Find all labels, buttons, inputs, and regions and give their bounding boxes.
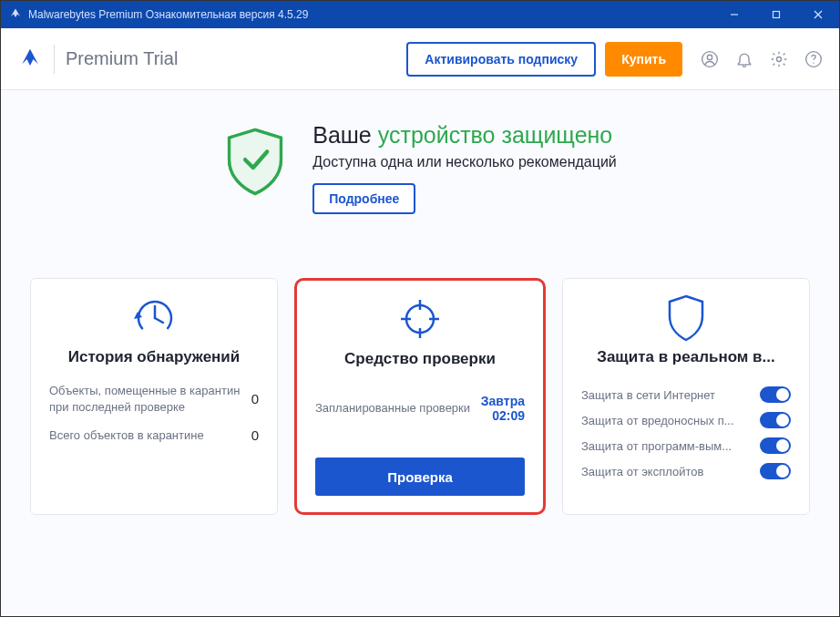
stat-value: 0: [251, 391, 259, 406]
rtp-row-exploit: Защита от эксплойтов: [581, 463, 791, 479]
history-icon: [49, 293, 259, 344]
scheduled-scan-row: Запланированные проверки Завтра 02:09: [315, 394, 525, 423]
rtp-row-web: Защита в сети Интернет: [581, 386, 791, 403]
card-scanner[interactable]: Средство проверки Запланированные провер…: [294, 278, 546, 515]
toggle-web-protection[interactable]: [760, 386, 791, 403]
scheduled-scan-value: Завтра 02:09: [481, 394, 525, 423]
card-history[interactable]: История обнаружений Объекты, помещенные …: [30, 278, 278, 515]
status-title-protected: устройство защищено: [378, 122, 613, 148]
crosshair-icon: [315, 295, 525, 346]
minimize-button[interactable]: [713, 1, 755, 28]
close-button[interactable]: [797, 1, 839, 28]
buy-button[interactable]: Купить: [605, 42, 682, 77]
scheduled-scan-label: Запланированные проверки: [315, 400, 470, 416]
cards-row: История обнаружений Объекты, помещенные …: [23, 278, 817, 515]
status-title: Ваше устройство защищено: [312, 122, 617, 149]
status-block: Ваше устройство защищено Доступна одна и…: [23, 122, 817, 214]
status-subtitle: Доступна одна или несколько рекомендаций: [312, 154, 617, 170]
svg-line-11: [155, 318, 163, 323]
stat-label: Объекты, помещенные в карантин при после…: [49, 383, 251, 415]
svg-point-8: [813, 62, 814, 63]
rtp-label: Защита в сети Интернет: [581, 388, 724, 402]
brand-separator: [54, 45, 55, 74]
brand-text: Premium Trial: [66, 48, 178, 69]
shield-check-icon: [223, 126, 287, 197]
status-title-prefix: Ваше: [312, 122, 377, 148]
stat-label: Всего объектов в карантине: [49, 427, 213, 444]
toggle-malware-protection[interactable]: [760, 412, 791, 428]
rtp-label: Защита от программ-вым...: [581, 439, 741, 453]
gear-icon[interactable]: [770, 50, 788, 68]
card-scanner-title: Средство проверки: [315, 350, 525, 368]
account-icon[interactable]: [701, 50, 719, 68]
scheduled-scan-time: 02:09: [481, 408, 525, 423]
app-icon: [8, 7, 23, 22]
brand-logo-icon: [17, 46, 43, 72]
shield-outline-icon: [581, 293, 791, 344]
content: Ваше устройство защищено Доступна одна и…: [1, 90, 839, 616]
stat-last-quarantine: Объекты, помещенные в карантин при после…: [49, 383, 259, 415]
stat-value: 0: [251, 427, 259, 443]
titlebar: Malwarebytes Premium Ознакомительная вер…: [1, 1, 839, 28]
header: Premium Trial Активировать подписку Купи…: [1, 28, 839, 90]
details-button[interactable]: Подробнее: [312, 183, 415, 214]
card-rtp-title: Защита в реальном в...: [581, 348, 791, 366]
brand: Premium Trial: [17, 45, 178, 74]
help-icon[interactable]: [804, 50, 823, 68]
rtp-label: Защита от вредоносных п...: [581, 414, 743, 427]
svg-point-6: [777, 57, 782, 61]
rtp-row-ransomware: Защита от программ-вым...: [581, 437, 791, 454]
rtp-row-malware: Защита от вредоносных п...: [581, 412, 791, 428]
scan-button[interactable]: Проверка: [315, 458, 525, 496]
svg-point-5: [707, 55, 712, 59]
toggle-exploit-protection[interactable]: [760, 463, 791, 479]
svg-rect-1: [773, 12, 780, 18]
toggle-ransomware-protection[interactable]: [760, 437, 791, 454]
maximize-button[interactable]: [755, 1, 797, 28]
bell-icon[interactable]: [735, 50, 753, 68]
scheduled-scan-day: Завтра: [481, 394, 525, 408]
card-history-title: История обнаружений: [49, 348, 259, 366]
rtp-label: Защита от эксплойтов: [581, 465, 712, 478]
stat-total-quarantine: Всего объектов в карантине 0: [49, 427, 259, 444]
activate-subscription-button[interactable]: Активировать подписку: [406, 42, 596, 77]
titlebar-title: Malwarebytes Premium Ознакомительная вер…: [28, 8, 713, 21]
card-rtp[interactable]: Защита в реальном в... Защита в сети Инт…: [562, 278, 810, 515]
